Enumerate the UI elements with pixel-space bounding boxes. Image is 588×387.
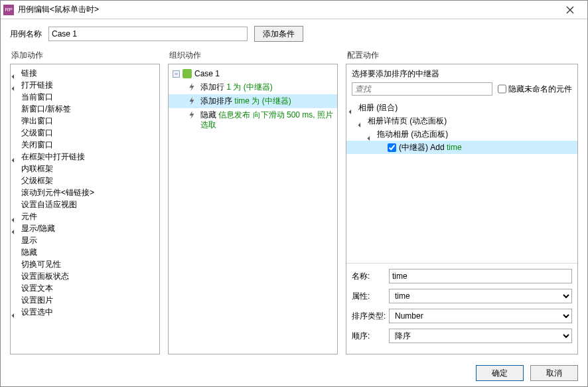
- expand-icon: [360, 117, 366, 124]
- organize-panel: − Case 1 添加行 1 为 (中继器)添加排序 time 为 (中继器)隐…: [168, 64, 338, 354]
- widget-checkbox[interactable]: [388, 143, 396, 152]
- sorttype-label: 排序类型:: [352, 311, 389, 322]
- action-tree-item[interactable]: 元件: [11, 210, 159, 222]
- cancel-button[interactable]: 取消: [530, 365, 578, 381]
- expand-icon: [350, 104, 357, 111]
- expand-icon: [13, 225, 20, 232]
- name-label: 名称:: [352, 271, 389, 282]
- action-text: 添加排序 time 为 (中继器): [200, 96, 291, 106]
- case-name-label: 用例名称: [10, 29, 42, 40]
- tree-label: 滚动到元件<锚链接>: [21, 187, 94, 198]
- tree-label: 元件: [21, 210, 37, 222]
- action-tree-item[interactable]: 设置文本: [11, 282, 159, 294]
- tree-label: 在框架中打开链接: [21, 151, 85, 163]
- action-tree-item[interactable]: 设置面板状态: [11, 270, 159, 282]
- tree-label: 切换可见性: [21, 258, 61, 270]
- property-label: 属性:: [352, 291, 389, 302]
- collapse-toggle-icon[interactable]: −: [173, 70, 180, 78]
- bolt-icon: [187, 96, 196, 106]
- action-tree-item[interactable]: 弹出窗口: [11, 115, 159, 127]
- action-tree-item[interactable]: 在框架中打开链接: [11, 151, 159, 163]
- case-label: Case 1: [194, 69, 220, 78]
- action-tree-item[interactable]: 隐藏: [11, 246, 159, 258]
- tree-label: 设置文本: [21, 282, 53, 294]
- action-text: 隐藏 信息发布 向下滑动 500 ms, 照片选取: [200, 110, 334, 130]
- tree-label: 链接: [21, 67, 37, 79]
- action-row[interactable]: 添加行 1 为 (中继器): [169, 80, 337, 94]
- sorttype-select[interactable]: Number: [389, 309, 572, 323]
- repeater-tree-item[interactable]: 拖动相册 (动态面板): [346, 127, 577, 141]
- case-name-input[interactable]: [48, 27, 248, 41]
- action-tree-item[interactable]: 关闭窗口: [11, 139, 159, 151]
- hide-unnamed-cb[interactable]: [498, 82, 506, 96]
- action-tree-item[interactable]: 设置选中: [11, 306, 159, 318]
- expand-icon: [13, 153, 20, 160]
- action-tree-item[interactable]: 当前窗口: [11, 91, 159, 103]
- tree-label: 新窗口/新标签: [21, 103, 71, 115]
- col1-header: 添加动作: [10, 48, 160, 64]
- tree-label: 隐藏: [21, 246, 37, 258]
- action-tree-item[interactable]: 内联框架: [11, 163, 159, 175]
- name-input[interactable]: [389, 269, 572, 283]
- tree-label: 内联框架: [21, 163, 53, 175]
- repeater-tree[interactable]: 相册 (组合)相册详情页 (动态面板)拖动相册 (动态面板)(中继器) Add …: [346, 100, 577, 263]
- app-logo-icon: RP: [3, 5, 14, 15]
- repeater-tree-item[interactable]: 相册 (组合): [346, 101, 577, 114]
- expand-icon: [378, 144, 385, 151]
- action-tree-item[interactable]: 链接: [11, 67, 159, 79]
- col2-header: 组织动作: [168, 48, 338, 64]
- tree-label: 父级框架: [21, 175, 53, 187]
- col3-header: 配置动作: [346, 48, 578, 64]
- dialog-title: 用例编辑<鼠标单击时>: [18, 4, 557, 15]
- expand-icon: [13, 82, 20, 88]
- add-condition-button[interactable]: 添加条件: [254, 26, 303, 42]
- bolt-icon: [187, 82, 196, 92]
- tree-label: 设置面板状态: [21, 270, 69, 282]
- close-button[interactable]: [557, 1, 583, 19]
- expand-icon: [13, 309, 20, 315]
- action-text: 添加行 1 为 (中继器): [200, 82, 273, 92]
- bolt-icon: [187, 110, 196, 119]
- tree-label: 弹出窗口: [21, 115, 53, 127]
- hide-unnamed-checkbox[interactable]: 隐藏未命名的元件: [498, 82, 572, 96]
- tree-label: (中继器) Add time: [399, 141, 462, 154]
- action-row[interactable]: 隐藏 信息发布 向下滑动 500 ms, 照片选取: [169, 108, 337, 132]
- action-tree-item[interactable]: 切换可见性: [11, 258, 159, 270]
- action-tree-item[interactable]: 显示: [11, 234, 159, 246]
- tree-label: 设置自适应视图: [21, 198, 77, 210]
- tree-label: 父级窗口: [21, 127, 53, 139]
- tree-label: 设置选中: [21, 306, 53, 318]
- expand-icon: [13, 213, 20, 220]
- repeater-tree-item[interactable]: 相册详情页 (动态面板): [346, 114, 577, 127]
- actions-tree[interactable]: 链接打开链接当前窗口新窗口/新标签弹出窗口父级窗口关闭窗口在框架中打开链接内联框…: [10, 64, 160, 354]
- action-tree-item[interactable]: 父级框架: [11, 175, 159, 187]
- case-row[interactable]: − Case 1: [169, 67, 337, 80]
- tree-label: 当前窗口: [21, 91, 53, 103]
- tree-label: 拖动相册 (动态面板): [377, 127, 448, 141]
- expand-icon: [369, 131, 376, 137]
- action-tree-item[interactable]: 设置自适应视图: [11, 198, 159, 210]
- tree-label: 关闭窗口: [21, 139, 53, 151]
- action-tree-item[interactable]: 打开链接: [11, 79, 159, 91]
- tree-label: 打开链接: [21, 79, 53, 91]
- expand-icon: [13, 70, 20, 76]
- action-tree-item[interactable]: 新窗口/新标签: [11, 103, 159, 115]
- order-select[interactable]: 降序: [389, 329, 572, 343]
- tree-label: 显示: [21, 234, 37, 246]
- tree-label: 相册详情页 (动态面板): [368, 114, 447, 127]
- tree-label: 显示/隐藏: [21, 222, 55, 234]
- ok-button[interactable]: 确定: [476, 365, 524, 381]
- tree-label: 相册 (组合): [358, 101, 398, 114]
- action-tree-item[interactable]: 显示/隐藏: [11, 222, 159, 234]
- search-input[interactable]: [352, 82, 492, 96]
- case-icon: [183, 69, 192, 78]
- property-select[interactable]: time: [389, 289, 572, 303]
- repeater-tree-item[interactable]: (中继器) Add time: [346, 141, 577, 154]
- action-tree-item[interactable]: 设置图片: [11, 294, 159, 306]
- order-label: 顺序:: [352, 331, 389, 342]
- action-row[interactable]: 添加排序 time 为 (中继器): [169, 94, 337, 108]
- tree-label: 设置图片: [21, 294, 53, 306]
- action-tree-item[interactable]: 滚动到元件<锚链接>: [11, 187, 159, 198]
- action-tree-item[interactable]: 父级窗口: [11, 127, 159, 139]
- config-instruction: 选择要添加排序的中继器: [346, 64, 577, 82]
